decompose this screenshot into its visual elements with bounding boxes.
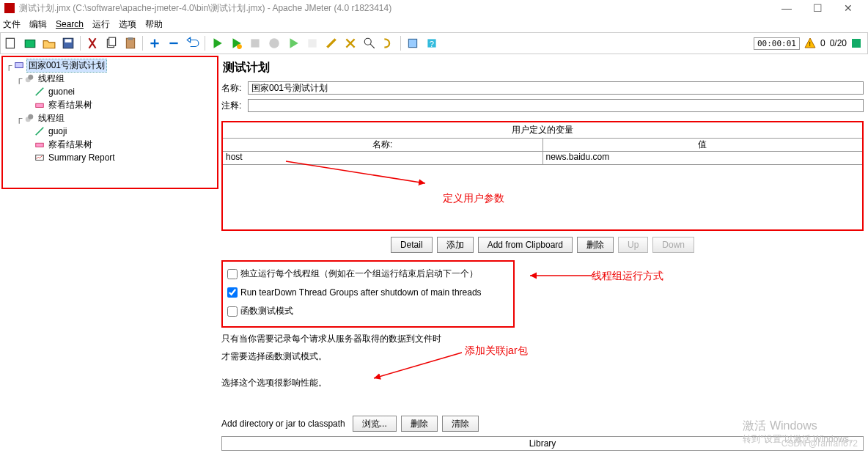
minimize-button[interactable]: — [771,2,802,14]
browse-button[interactable]: 浏览... [353,416,397,432]
tree-node-vrt-1[interactable]: 察看结果树 [4,98,216,111]
svg-point-23 [28,114,33,119]
vars-row[interactable]: host news.baidu.com [223,152,862,165]
svg-text:!: ! [809,40,811,48]
up-button: Up [618,237,648,253]
check-teardown-label: Run tearDown Thread Groups after shutdow… [240,287,482,298]
menu-run[interactable]: 运行 [92,18,110,31]
tree-node-summary[interactable]: Summary Report [4,151,216,164]
run-state: 0/20 [830,38,847,48]
add-button[interactable]: 添加 [437,237,474,253]
csdn-watermark: CSDN @ranran672 [781,438,858,449]
cp-delete-button[interactable]: 删除 [401,416,438,432]
check-serial-threadgroups[interactable] [227,269,238,279]
svg-rect-21 [36,103,44,107]
start-icon[interactable] [208,34,226,52]
warning-icon: ! [804,37,816,49]
elapsed-timer: 00:00:01 [754,37,800,50]
svg-rect-3 [65,39,72,43]
comment-label: 注释: [221,100,248,112]
stop-icon[interactable] [246,34,264,52]
search-icon[interactable] [361,34,378,52]
jmeter-icon [4,3,15,13]
name-label: 名称: [221,82,248,95]
remote-stop-icon[interactable] [304,34,321,52]
menu-help[interactable]: 帮助 [145,18,163,31]
comment-input[interactable] [248,99,864,112]
check-serial-label: 独立运行每个线程组（例如在一个组运行结束后启动下一个） [240,268,478,280]
close-button[interactable]: ✕ [833,2,864,14]
user-vars-box: 用户定义的变量 名称: 值 host news.baidu.com [221,121,864,231]
svg-rect-1 [25,40,35,48]
clipboard-button[interactable]: Add from Clipboard [478,237,573,253]
svg-text:?: ? [430,40,434,48]
reset-search-icon[interactable] [380,34,397,52]
tree-node-testplan[interactable]: ┌ 国家001号测试计划 [4,59,216,72]
shutdown-icon[interactable] [265,34,283,52]
menu-edit[interactable]: 编辑 [29,18,47,31]
paste-icon[interactable] [122,34,139,52]
svg-rect-17 [852,39,861,48]
note-3: 选择这个选项很影响性能。 [221,376,864,389]
tree-node-guoji[interactable]: guoji [4,125,216,138]
svg-rect-11 [308,39,316,47]
toolbar: ? 00:00:01 ! 0 0/20 [0,32,868,54]
delete-button[interactable]: 删除 [577,237,614,253]
svg-rect-18 [15,63,23,68]
name-input[interactable] [248,81,864,95]
menubar: 文件 编辑 Search 运行 选项 帮助 [0,16,868,32]
menu-file[interactable]: 文件 [3,18,21,31]
svg-rect-7 [128,37,133,40]
svg-point-12 [364,38,371,45]
annotation-jar: 添加关联jar包 [465,345,528,358]
run-mode-box: 独立运行每个线程组（例如在一个组运行结束后启动下一个） Run tearDown… [221,260,515,328]
cut-icon[interactable] [84,34,101,52]
window-titlebar: 测试计划.jmx (C:\software\apache-jmeter-4.0\… [0,0,868,16]
templates-icon[interactable] [21,34,39,52]
note-1: 只有当你需要记录每个请求从服务器取得的数据到文件时 [221,332,864,345]
tree-node-guonei[interactable]: guonei [4,85,216,98]
svg-rect-0 [6,38,14,48]
classpath-label: Add directory or jar to classpath [221,419,345,429]
new-icon[interactable] [2,34,20,52]
svg-rect-5 [109,37,116,45]
editor-panel: 测试计划 名称: 注释: 用户定义的变量 名称: 值 host news.bai… [218,54,868,453]
run-indicator-icon [851,38,861,48]
open-icon[interactable] [40,34,58,52]
menu-search[interactable]: Search [56,19,84,29]
window-title: 测试计划.jmx (C:\software\apache-jmeter-4.0\… [19,2,771,15]
annotation-run-mode: 线程组运行方式 [592,270,663,283]
clear-icon[interactable] [323,34,340,52]
vars-cell-name[interactable]: host [223,152,543,164]
vars-col-name: 名称: [223,139,543,151]
remove-icon[interactable] [165,34,183,52]
svg-rect-13 [408,39,416,47]
add-icon[interactable] [146,34,163,52]
maximize-button[interactable]: ☐ [802,2,833,14]
vars-cell-value[interactable]: news.baidu.com [543,152,863,164]
vars-col-value: 值 [543,139,863,151]
svg-point-20 [28,75,33,80]
tree-node-threadgroup-1[interactable]: ┌ 线程组 [4,72,216,85]
check-teardown[interactable] [227,287,238,298]
start-no-pause-icon[interactable] [227,34,245,52]
svg-rect-9 [251,39,259,47]
svg-rect-24 [36,143,44,147]
menu-options[interactable]: 选项 [119,18,136,31]
copy-icon[interactable] [103,34,120,52]
undo-icon[interactable] [184,34,202,52]
remote-start-icon[interactable] [284,34,302,52]
cp-clear-button[interactable]: 清除 [442,416,479,432]
tree-node-vrt-2[interactable]: 察看结果树 [4,138,216,151]
help-icon[interactable]: ? [423,34,441,52]
vars-heading: 用户定义的变量 [223,122,862,139]
function-helper-icon[interactable] [404,34,422,52]
check-functional[interactable] [227,306,238,317]
svg-point-10 [269,38,279,48]
clear-all-icon[interactable] [342,34,359,52]
note-2: 才需要选择函数测试模式。 [221,350,864,363]
panel-title: 测试计划 [223,60,864,76]
detail-button[interactable]: Detail [391,237,433,253]
tree-node-threadgroup-2[interactable]: ┌ 线程组 [4,111,216,125]
save-icon[interactable] [59,34,77,52]
